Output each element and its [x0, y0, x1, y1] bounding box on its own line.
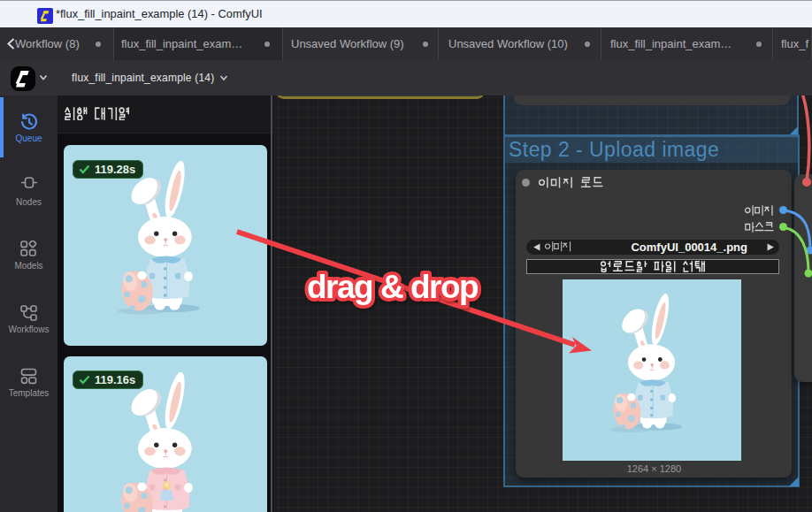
svg-text:drag & drop: drag & drop [307, 269, 479, 305]
